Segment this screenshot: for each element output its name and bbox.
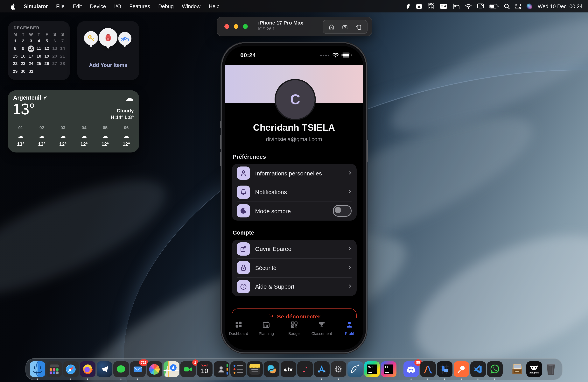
dock-settings[interactable]: ⚙ [331, 361, 346, 377]
dock-app-store[interactable] [314, 361, 329, 377]
dock-launchpad[interactable] [46, 361, 62, 377]
dock-file-cabinet[interactable] [509, 361, 525, 377]
profile-email: divintsiela@gmail.com [225, 136, 363, 142]
weather-hour: 02☁13° [31, 125, 53, 147]
dock: 7231Wed10tv♪⚙WSIJ85Incognito [25, 358, 563, 380]
dock-telegram[interactable] [96, 361, 112, 377]
calendar-day [59, 67, 66, 75]
dark-mode-toggle[interactable] [333, 205, 352, 217]
close-button[interactable] [224, 24, 229, 29]
dock-safari[interactable] [63, 361, 79, 377]
keyboard-app-icon[interactable]: ⌘ [440, 3, 447, 10]
dock-incognito[interactable]: Incognito [526, 361, 542, 377]
control-center-icon[interactable] [515, 3, 521, 10]
dock-mail[interactable]: 723 [130, 361, 146, 377]
mute-switch[interactable] [220, 121, 221, 128]
petal-app-icon[interactable] [406, 3, 410, 10]
dock-trash[interactable] [543, 361, 558, 377]
tab-dashboard[interactable]: Dashboard [225, 320, 252, 350]
dock-music[interactable]: ♪ [297, 361, 313, 377]
row-label: Informations personnelles [255, 170, 348, 177]
dock-vscode[interactable] [470, 361, 486, 377]
menu-simulator[interactable]: Simulator [24, 3, 48, 9]
menu-edit[interactable]: Edit [73, 3, 82, 9]
phone-status-bar: 00:24 [225, 51, 363, 60]
cloud-icon: ☁ [124, 133, 129, 139]
tab-planning[interactable]: Planning [252, 320, 280, 350]
bed-app-icon[interactable] [452, 3, 460, 10]
dock-freeform[interactable] [264, 361, 279, 377]
dock-intellij-idea[interactable]: IJ [381, 361, 396, 377]
dock-maps[interactable] [163, 361, 179, 377]
row-informations-personnelles[interactable]: Informations personnelles› [232, 164, 357, 183]
apple-menu-icon[interactable] [10, 3, 16, 10]
row-mode-sombre[interactable]: Mode sombre [232, 202, 357, 220]
dock-photos[interactable] [147, 361, 162, 377]
dock-reminders[interactable] [230, 361, 246, 377]
dashboard-icon [234, 320, 243, 330]
dock-notes[interactable] [247, 361, 262, 377]
tab-profil[interactable]: Profil [336, 320, 363, 350]
menu-device[interactable]: Device [90, 3, 106, 9]
menu-i-o[interactable]: I/O [114, 3, 121, 9]
screenshot-button[interactable] [340, 22, 350, 32]
triangle-app-icon[interactable] [416, 3, 422, 10]
siri-icon[interactable] [526, 3, 532, 10]
row-s-curit[interactable]: Sécurité› [232, 258, 357, 277]
menu-features[interactable]: Features [129, 3, 150, 9]
row-aide-support[interactable]: ?Aide & Support› [232, 277, 357, 296]
dock-messages[interactable] [113, 361, 129, 377]
calendar-day: 28 [59, 60, 66, 67]
running-indicator [461, 378, 462, 380]
dock-calendar[interactable]: Wed10 [197, 361, 212, 377]
weather-widget[interactable]: Argenteuil 13° ☁ Cloudy H:14° L:8° 01☁13… [8, 90, 139, 152]
dock-blocks-app[interactable] [437, 361, 452, 377]
keys-app-icon[interactable] [427, 3, 434, 10]
dock-apple-tv[interactable]: tv [280, 361, 296, 377]
menu-bar-clock[interactable]: Wed 10 Dec 00:24 [538, 3, 583, 9]
calendar-day: 24 [27, 60, 35, 67]
hour-label: 01 [18, 125, 23, 130]
dock-webstorm[interactable]: WS [364, 361, 379, 377]
dock-curve-app[interactable] [420, 361, 436, 377]
dock-mysql-workbench[interactable] [347, 361, 363, 377]
running-indicator [338, 378, 339, 380]
menu-help[interactable]: Help [209, 3, 220, 9]
row-ouvrir-epareo[interactable]: Ouvrir Epareo› [232, 239, 357, 258]
volume-up-button[interactable] [220, 135, 221, 149]
hour-temp: 12° [102, 142, 109, 147]
screen-mirroring-icon[interactable] [477, 3, 483, 10]
hour-temp: 13° [17, 142, 24, 147]
phone-sections: PréférencesInformations personnelles›Not… [232, 153, 357, 305]
chevron-right-icon: › [348, 187, 352, 196]
tab-classement[interactable]: Classement [308, 320, 336, 350]
row-notifications[interactable]: Notifications› [232, 183, 357, 202]
dock-finder[interactable] [30, 361, 45, 377]
find-my-widget[interactable]: Add Your Items [77, 21, 139, 80]
dock-postman[interactable] [453, 361, 469, 377]
spotlight-icon[interactable] [504, 3, 510, 10]
weekday-label: W [27, 31, 35, 37]
battery-icon[interactable] [489, 3, 498, 10]
menu-file[interactable]: File [56, 3, 65, 9]
simulator-window-titlebar[interactable]: iPhone 17 Pro Max iOS 26.1 [217, 17, 372, 36]
home-button[interactable] [327, 22, 337, 32]
menu-window[interactable]: Window [182, 3, 200, 9]
dock-contacts[interactable] [213, 361, 229, 377]
dock-whatsapp[interactable] [487, 361, 503, 377]
section-title: Préférences [232, 153, 356, 160]
calendar-widget[interactable]: DECEMBER MTWTFSS 12345678910111213141516… [8, 21, 70, 80]
power-button[interactable] [367, 140, 368, 162]
dock-firefox[interactable] [80, 361, 95, 377]
menu-debug[interactable]: Debug [158, 3, 174, 9]
volume-down-button[interactable] [220, 152, 221, 166]
chevron-right-icon: › [348, 169, 352, 177]
calendar-day: 7 [59, 37, 66, 45]
dock-facetime[interactable]: 1 [180, 361, 196, 377]
dock-discord[interactable]: 85 [403, 361, 419, 377]
tab-badge[interactable]: Badge [280, 320, 308, 350]
rotate-button[interactable] [354, 22, 364, 32]
minimize-button[interactable] [234, 24, 238, 29]
zoom-button[interactable] [243, 24, 248, 29]
wifi-icon[interactable] [465, 3, 472, 10]
